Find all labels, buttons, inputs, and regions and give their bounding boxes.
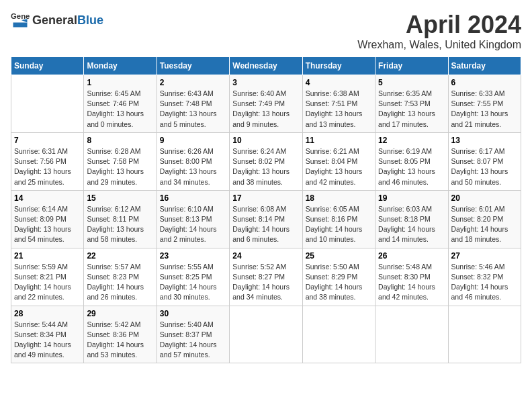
- day-info: Sunrise: 6:31 AM Sunset: 7:56 PM Dayligh…: [14, 146, 81, 187]
- calendar-cell: 20Sunrise: 6:01 AM Sunset: 8:20 PM Dayli…: [448, 190, 521, 248]
- day-number: 7: [14, 136, 81, 145]
- calendar-cell: [230, 306, 302, 363]
- day-number: 19: [378, 193, 445, 203]
- day-number: 14: [14, 193, 81, 203]
- day-info: Sunrise: 5:46 AM Sunset: 8:32 PM Dayligh…: [451, 262, 518, 303]
- day-info: Sunrise: 6:10 AM Sunset: 8:13 PM Dayligh…: [160, 204, 226, 245]
- calendar-cell: 6Sunrise: 6:33 AM Sunset: 7:55 PM Daylig…: [448, 75, 521, 133]
- day-info: Sunrise: 5:59 AM Sunset: 8:21 PM Dayligh…: [14, 262, 81, 303]
- week-row-3: 21Sunrise: 5:59 AM Sunset: 8:21 PM Dayli…: [11, 248, 521, 306]
- calendar-cell: 28Sunrise: 5:44 AM Sunset: 8:34 PM Dayli…: [11, 306, 84, 363]
- calendar-cell: 2Sunrise: 6:43 AM Sunset: 7:48 PM Daylig…: [157, 75, 229, 133]
- day-info: Sunrise: 6:43 AM Sunset: 7:48 PM Dayligh…: [160, 89, 226, 130]
- day-number: 26: [378, 251, 445, 261]
- day-info: Sunrise: 6:12 AM Sunset: 8:11 PM Dayligh…: [87, 204, 153, 245]
- day-number: 30: [160, 309, 226, 318]
- calendar-cell: 27Sunrise: 5:46 AM Sunset: 8:32 PM Dayli…: [448, 248, 521, 306]
- day-info: Sunrise: 6:21 AM Sunset: 8:04 PM Dayligh…: [306, 146, 372, 187]
- logo-general-text: General: [32, 13, 77, 27]
- svg-marker-1: [13, 23, 28, 28]
- calendar-cell: 17Sunrise: 6:08 AM Sunset: 8:14 PM Dayli…: [230, 190, 302, 248]
- calendar-cell: 29Sunrise: 5:42 AM Sunset: 8:36 PM Dayli…: [84, 306, 157, 363]
- calendar-cell: 14Sunrise: 6:14 AM Sunset: 8:09 PM Dayli…: [11, 190, 84, 248]
- calendar-cell: 22Sunrise: 5:57 AM Sunset: 8:23 PM Dayli…: [84, 248, 157, 306]
- day-info: Sunrise: 6:33 AM Sunset: 7:55 PM Dayligh…: [451, 89, 518, 130]
- day-info: Sunrise: 5:48 AM Sunset: 8:30 PM Dayligh…: [378, 262, 445, 303]
- day-number: 18: [306, 193, 372, 203]
- day-number: 8: [87, 136, 153, 145]
- day-info: Sunrise: 5:50 AM Sunset: 8:29 PM Dayligh…: [306, 262, 372, 303]
- day-number: 21: [14, 251, 81, 261]
- col-header-wednesday: Wednesday: [230, 57, 302, 75]
- title-area: April 2024 Wrexham, Wales, United Kingdo…: [357, 11, 521, 51]
- calendar-cell: 13Sunrise: 6:17 AM Sunset: 8:07 PM Dayli…: [448, 132, 521, 190]
- day-info: Sunrise: 6:01 AM Sunset: 8:20 PM Dayligh…: [451, 204, 518, 245]
- day-info: Sunrise: 5:40 AM Sunset: 8:37 PM Dayligh…: [160, 320, 226, 361]
- calendar-cell: [375, 306, 448, 363]
- day-info: Sunrise: 6:26 AM Sunset: 8:00 PM Dayligh…: [160, 146, 226, 187]
- day-info: Sunrise: 5:44 AM Sunset: 8:34 PM Dayligh…: [14, 320, 81, 361]
- calendar-cell: 8Sunrise: 6:28 AM Sunset: 7:58 PM Daylig…: [84, 132, 157, 190]
- day-number: 1: [87, 78, 153, 87]
- day-number: 16: [160, 193, 226, 203]
- week-row-0: 1Sunrise: 6:45 AM Sunset: 7:46 PM Daylig…: [11, 75, 521, 133]
- calendar-cell: 15Sunrise: 6:12 AM Sunset: 8:11 PM Dayli…: [84, 190, 157, 248]
- calendar-cell: 16Sunrise: 6:10 AM Sunset: 8:13 PM Dayli…: [157, 190, 229, 248]
- day-number: 27: [451, 251, 518, 261]
- day-number: 17: [232, 193, 299, 203]
- calendar-cell: 9Sunrise: 6:26 AM Sunset: 8:00 PM Daylig…: [157, 132, 229, 190]
- day-number: 25: [306, 251, 372, 261]
- col-header-sunday: Sunday: [11, 57, 84, 75]
- calendar-cell: 26Sunrise: 5:48 AM Sunset: 8:30 PM Dayli…: [375, 248, 448, 306]
- calendar-cell: 11Sunrise: 6:21 AM Sunset: 8:04 PM Dayli…: [302, 132, 375, 190]
- col-header-saturday: Saturday: [448, 57, 521, 75]
- day-number: 10: [232, 136, 299, 145]
- day-info: Sunrise: 6:38 AM Sunset: 7:51 PM Dayligh…: [306, 89, 372, 130]
- calendar-cell: 5Sunrise: 6:35 AM Sunset: 7:53 PM Daylig…: [375, 75, 448, 133]
- day-info: Sunrise: 6:35 AM Sunset: 7:53 PM Dayligh…: [378, 89, 445, 130]
- day-number: 23: [160, 251, 226, 261]
- day-info: Sunrise: 6:24 AM Sunset: 8:02 PM Dayligh…: [232, 146, 299, 187]
- day-info: Sunrise: 6:40 AM Sunset: 7:49 PM Dayligh…: [232, 89, 299, 130]
- month-title: April 2024: [357, 11, 521, 39]
- calendar-cell: 3Sunrise: 6:40 AM Sunset: 7:49 PM Daylig…: [230, 75, 302, 133]
- calendar-header-row: SundayMondayTuesdayWednesdayThursdayFrid…: [11, 57, 521, 75]
- col-header-tuesday: Tuesday: [157, 57, 229, 75]
- location-title: Wrexham, Wales, United Kingdom: [357, 39, 521, 51]
- day-number: 5: [378, 78, 445, 87]
- calendar-cell: 10Sunrise: 6:24 AM Sunset: 8:02 PM Dayli…: [230, 132, 302, 190]
- calendar-cell: [448, 306, 521, 363]
- day-number: 28: [14, 309, 81, 318]
- week-row-1: 7Sunrise: 6:31 AM Sunset: 7:56 PM Daylig…: [11, 132, 521, 190]
- calendar-cell: 24Sunrise: 5:52 AM Sunset: 8:27 PM Dayli…: [230, 248, 302, 306]
- week-row-2: 14Sunrise: 6:14 AM Sunset: 8:09 PM Dayli…: [11, 190, 521, 248]
- calendar-cell: 7Sunrise: 6:31 AM Sunset: 7:56 PM Daylig…: [11, 132, 84, 190]
- day-number: 6: [451, 78, 518, 87]
- day-number: 20: [451, 193, 518, 203]
- calendar-cell: 4Sunrise: 6:38 AM Sunset: 7:51 PM Daylig…: [302, 75, 375, 133]
- day-number: 3: [232, 78, 299, 87]
- calendar-cell: 30Sunrise: 5:40 AM Sunset: 8:37 PM Dayli…: [157, 306, 229, 363]
- logo-icon: General: [11, 11, 30, 30]
- calendar-cell: [11, 75, 84, 133]
- calendar-cell: 25Sunrise: 5:50 AM Sunset: 8:29 PM Dayli…: [302, 248, 375, 306]
- day-info: Sunrise: 6:05 AM Sunset: 8:16 PM Dayligh…: [306, 204, 372, 245]
- day-info: Sunrise: 6:14 AM Sunset: 8:09 PM Dayligh…: [14, 204, 81, 245]
- day-info: Sunrise: 6:45 AM Sunset: 7:46 PM Dayligh…: [87, 89, 153, 130]
- day-number: 11: [306, 136, 372, 145]
- calendar-table: SundayMondayTuesdayWednesdayThursdayFrid…: [11, 56, 521, 363]
- day-number: 12: [378, 136, 445, 145]
- day-info: Sunrise: 6:03 AM Sunset: 8:18 PM Dayligh…: [378, 204, 445, 245]
- col-header-thursday: Thursday: [302, 57, 375, 75]
- calendar-cell: 1Sunrise: 6:45 AM Sunset: 7:46 PM Daylig…: [84, 75, 157, 133]
- day-info: Sunrise: 6:08 AM Sunset: 8:14 PM Dayligh…: [232, 204, 299, 245]
- day-number: 4: [306, 78, 372, 87]
- day-number: 2: [160, 78, 226, 87]
- day-info: Sunrise: 5:52 AM Sunset: 8:27 PM Dayligh…: [232, 262, 299, 303]
- calendar-cell: 18Sunrise: 6:05 AM Sunset: 8:16 PM Dayli…: [302, 190, 375, 248]
- logo-blue-text: Blue: [77, 13, 103, 27]
- day-info: Sunrise: 5:42 AM Sunset: 8:36 PM Dayligh…: [87, 320, 153, 361]
- day-info: Sunrise: 6:28 AM Sunset: 7:58 PM Dayligh…: [87, 146, 153, 187]
- calendar-cell: 21Sunrise: 5:59 AM Sunset: 8:21 PM Dayli…: [11, 248, 84, 306]
- day-number: 24: [232, 251, 299, 261]
